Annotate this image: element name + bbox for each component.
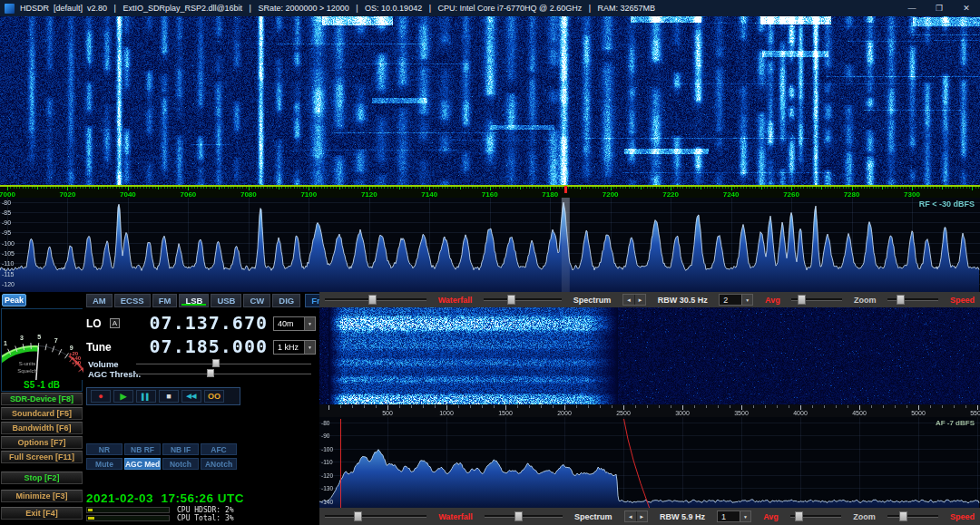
slider-thumb[interactable] bbox=[899, 511, 907, 521]
transport-play-button[interactable]: ▶ bbox=[113, 390, 133, 403]
spinner-left-icon[interactable]: ◄ bbox=[625, 511, 636, 521]
slider-track[interactable] bbox=[325, 515, 426, 518]
af-waterfall-brightness-slider[interactable] bbox=[325, 295, 426, 305]
slider-thumb[interactable] bbox=[514, 511, 523, 521]
agc-threshold-row: AGC Thresh. bbox=[86, 369, 318, 379]
af-frequency-scale[interactable]: 5001000150020002500300035004000450050005… bbox=[319, 404, 980, 417]
transport-pause-button[interactable]: ▌▌ bbox=[136, 390, 156, 403]
chevron-down-icon[interactable]: ▼ bbox=[304, 317, 315, 330]
af-spectrum-display[interactable]: -80-90-100-110-120-130-140 AF -7 dBFS bbox=[319, 417, 980, 508]
transport-record-button[interactable]: ● bbox=[91, 390, 111, 403]
volume-slider-track[interactable] bbox=[136, 362, 311, 365]
lo-channel-badge[interactable]: A bbox=[110, 318, 120, 328]
s-meter[interactable]: S5 -1 dB bbox=[1, 308, 83, 392]
dsp-nb-rf-button[interactable]: NB RF bbox=[124, 443, 161, 455]
avg-slider[interactable] bbox=[790, 511, 841, 521]
speed-label: Speed bbox=[950, 512, 975, 521]
slider-track[interactable] bbox=[887, 298, 938, 301]
slider-track[interactable] bbox=[484, 298, 562, 301]
spectrum-label: Spectrum bbox=[574, 512, 612, 521]
dsp-afc-button[interactable]: AFC bbox=[201, 443, 237, 455]
exit-button[interactable]: Exit [F4] bbox=[1, 507, 83, 520]
avg-slider[interactable] bbox=[791, 295, 842, 305]
avg-label: Avg bbox=[765, 296, 780, 305]
soundcard-button[interactable]: Soundcard [F5] bbox=[1, 407, 83, 420]
zoom-slider[interactable] bbox=[887, 295, 938, 305]
transport-loop-button[interactable]: OO bbox=[204, 390, 224, 403]
rf-spectrum-display[interactable]: -80-85-90-95-100-105-110-115-120 RF < -3… bbox=[0, 198, 980, 292]
rf-scale-tick-label: 7020 bbox=[57, 190, 77, 198]
fullscreen-button[interactable]: Full Screen [F11] bbox=[1, 451, 83, 463]
af-waterfall-display[interactable] bbox=[319, 307, 980, 404]
rf-db-tick-label: -85 bbox=[2, 209, 11, 216]
mode-button-dig[interactable]: DIG bbox=[272, 294, 300, 307]
close-icon[interactable]: ✕ bbox=[953, 0, 980, 16]
rf-level-label: RF < -30 dBFS bbox=[919, 199, 975, 209]
minimize-icon[interactable]: — bbox=[898, 0, 926, 16]
slider-thumb[interactable] bbox=[354, 511, 362, 521]
rf-spectrum-canvas[interactable] bbox=[0, 198, 980, 292]
rf-waterfall-display[interactable] bbox=[0, 16, 980, 185]
chevron-down-icon[interactable]: ▼ bbox=[741, 295, 752, 305]
transport-rewind-button[interactable]: ◀◀ bbox=[181, 390, 201, 403]
mode-button-lsb[interactable]: LSB bbox=[179, 294, 209, 307]
dsp-agc-med-button[interactable]: AGC Med bbox=[124, 458, 161, 470]
avg-count-dropdown[interactable]: 2▼ bbox=[719, 294, 753, 306]
af-db-tick-label: -140 bbox=[321, 499, 333, 505]
af-waterfall-brightness-slider[interactable] bbox=[325, 511, 426, 521]
slider-thumb[interactable] bbox=[795, 511, 803, 521]
dsp-anotch-button[interactable]: ANotch bbox=[201, 458, 237, 470]
agc-slider-track[interactable] bbox=[136, 372, 311, 374]
slider-thumb[interactable] bbox=[798, 295, 806, 305]
spinner-right-icon[interactable]: ► bbox=[636, 511, 647, 521]
spectrum-range-spinner: ◄► bbox=[622, 294, 646, 306]
agc-slider-thumb[interactable] bbox=[207, 369, 214, 377]
dsp-mute-button[interactable]: Mute bbox=[86, 458, 122, 470]
mode-button-cw[interactable]: CW bbox=[243, 294, 270, 307]
lo-frequency-row: LO A 07.137.670 40m▼ bbox=[86, 314, 318, 335]
dsp-notch-button[interactable]: Notch bbox=[162, 458, 199, 470]
avg-count-dropdown[interactable]: 1▼ bbox=[717, 510, 751, 522]
lo-frequency-value[interactable]: 07.137.670 bbox=[122, 312, 268, 334]
tune-frequency-value[interactable]: 07.185.000 bbox=[122, 335, 268, 357]
slider-thumb[interactable] bbox=[897, 295, 905, 305]
options-button[interactable]: Options [F7] bbox=[1, 436, 83, 449]
waterfall-label: Waterfall bbox=[438, 296, 473, 305]
af-db-tick-label: -90 bbox=[321, 433, 329, 439]
stop-button[interactable]: Stop [F2] bbox=[1, 472, 83, 484]
mode-button-ecss[interactable]: ECSS bbox=[114, 294, 151, 307]
volume-slider-thumb[interactable] bbox=[212, 359, 220, 367]
spinner-left-icon[interactable]: ◄ bbox=[623, 295, 634, 305]
minimize-button[interactable]: Minimize [F3] bbox=[1, 490, 83, 502]
app-icon bbox=[5, 4, 15, 14]
chevron-down-icon[interactable]: ▼ bbox=[304, 341, 315, 354]
bandwidth-button[interactable]: Bandwidth [F6] bbox=[1, 422, 83, 434]
af-spectrum-canvas[interactable] bbox=[319, 417, 980, 508]
slider-track[interactable] bbox=[887, 515, 938, 518]
af-waterfall-contrast-slider[interactable] bbox=[485, 511, 563, 521]
slider-thumb[interactable] bbox=[507, 295, 515, 305]
af-waterfall-contrast-slider[interactable] bbox=[484, 295, 562, 305]
rbw-label: RBW 5.9 Hz bbox=[660, 512, 705, 521]
peak-button[interactable]: Peak bbox=[2, 294, 26, 306]
mode-button-fm[interactable]: FM bbox=[152, 294, 178, 307]
volume-slider[interactable] bbox=[136, 359, 311, 367]
slider-thumb[interactable] bbox=[368, 295, 377, 305]
dsp-nb-if-button[interactable]: NB IF bbox=[162, 443, 199, 455]
rf-frequency-scale[interactable]: 7000702070407060708071007120714071607180… bbox=[0, 185, 980, 198]
spinner-right-icon[interactable]: ► bbox=[634, 295, 645, 305]
maximize-icon[interactable]: ❐ bbox=[926, 0, 953, 16]
mode-button-usb[interactable]: USB bbox=[211, 294, 241, 307]
slider-track[interactable] bbox=[485, 515, 563, 518]
transport-stop-button[interactable]: ■ bbox=[159, 390, 179, 403]
mode-button-am[interactable]: AM bbox=[86, 294, 113, 307]
af-db-tick-label: -110 bbox=[321, 459, 333, 465]
chevron-down-icon[interactable]: ▼ bbox=[740, 511, 750, 521]
dsp-nr-button[interactable]: NR bbox=[86, 443, 122, 455]
step-select[interactable]: 1 kHz▼ bbox=[273, 340, 316, 355]
zoom-label: Zoom bbox=[854, 296, 877, 305]
sdr-device-button[interactable]: SDR-Device [F8] bbox=[1, 393, 83, 405]
zoom-slider[interactable] bbox=[887, 511, 938, 521]
agc-threshold-slider[interactable] bbox=[136, 369, 311, 377]
band-select[interactable]: 40m▼ bbox=[273, 316, 316, 331]
